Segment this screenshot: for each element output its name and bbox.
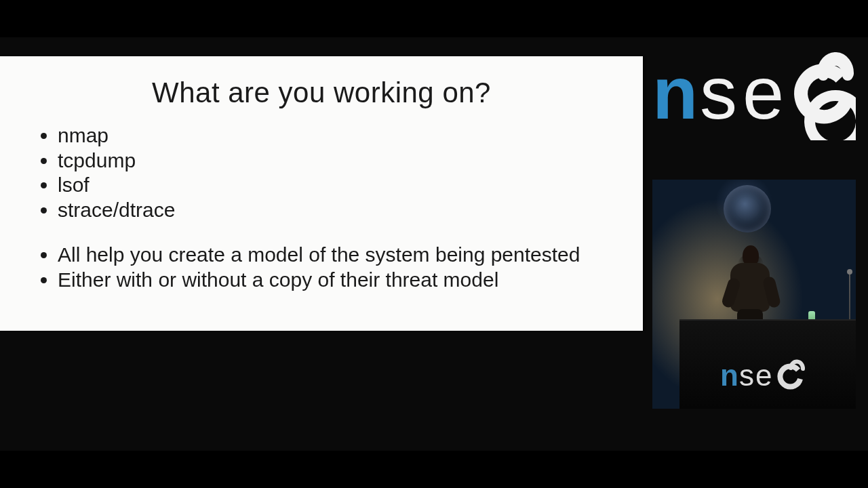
list-item: All help you create a model of the syste… <box>58 243 606 267</box>
speaker-camera-feed: n s e <box>652 180 856 409</box>
list-item: lsof <box>58 174 606 197</box>
slide-title: What are you working on? <box>37 77 606 109</box>
svg-text:s: s <box>700 52 737 134</box>
podium: n s e <box>679 319 856 409</box>
svg-text:e: e <box>743 52 784 134</box>
svg-text:n: n <box>720 359 738 392</box>
list-item: strace/dtrace <box>58 199 606 222</box>
svg-text:n: n <box>652 52 698 134</box>
list-item: tcpdump <box>58 149 606 173</box>
stage-backdrop-art <box>724 185 771 232</box>
list-item: nmap <box>58 124 606 148</box>
list-item: Either with or without a copy of their t… <box>58 268 606 292</box>
presentation-slide: What are you working on? nmap tcpdump ls… <box>0 56 643 331</box>
svg-text:e: e <box>755 359 772 392</box>
podium-logo: n s e <box>720 359 815 392</box>
nsec-logo-icon: n s e <box>720 359 815 392</box>
video-frame: What are you working on? nmap tcpdump ls… <box>0 37 868 451</box>
slide-bullets-group-1: nmap tcpdump lsof strace/dtrace <box>37 124 606 222</box>
svg-text:s: s <box>739 359 754 392</box>
slide-bullets-group-2: All help you create a model of the syste… <box>37 243 606 291</box>
nsec-logo-icon: n s e <box>652 52 856 140</box>
conference-logo: n s e <box>652 52 856 140</box>
